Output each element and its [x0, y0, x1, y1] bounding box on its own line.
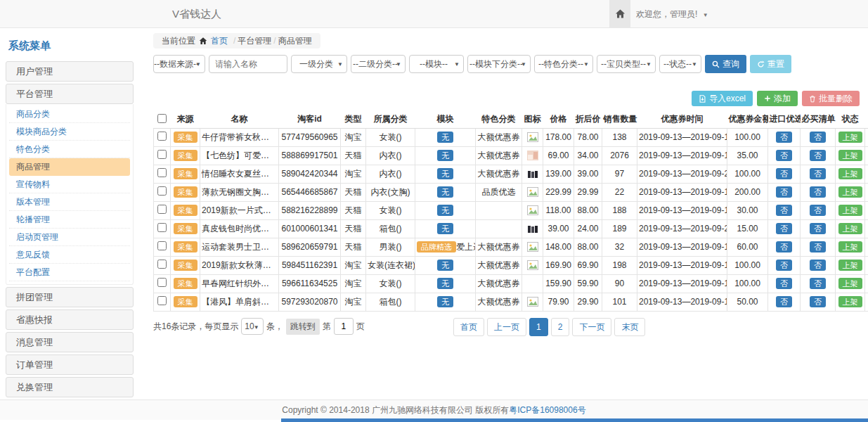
status-badge[interactable]: 上架 — [838, 296, 862, 307]
page-button-1[interactable]: 1 — [529, 318, 548, 336]
filter-select-module-sub-category[interactable]: --模块下分类--▼ — [467, 55, 531, 73]
import-select-toggle[interactable]: 否 — [776, 241, 792, 252]
status-badge[interactable]: 上架 — [838, 168, 862, 179]
sidebar-group-消息管理[interactable]: 消息管理 — [6, 332, 134, 352]
reset-button[interactable]: 重置 — [750, 55, 791, 73]
must-buy-toggle[interactable]: 否 — [810, 205, 826, 216]
row-checkbox[interactable] — [157, 241, 167, 250]
row-checkbox[interactable] — [157, 278, 167, 287]
module-badge[interactable]: 无 — [437, 168, 453, 179]
import-select-toggle[interactable]: 否 — [776, 168, 792, 179]
sidebar-item-模块商品分类[interactable]: 模块商品分类 — [9, 123, 130, 141]
row-checkbox[interactable] — [157, 168, 167, 177]
sidebar-item-轮播管理[interactable]: 轮播管理 — [9, 211, 130, 229]
import-select-toggle[interactable]: 否 — [776, 150, 792, 161]
jump-page-input[interactable] — [334, 318, 354, 335]
filter-select-data-source[interactable]: --数据来源--▼ — [153, 55, 205, 73]
sidebar-item-特色分类[interactable]: 特色分类 — [9, 141, 130, 158]
status-badge[interactable]: 上架 — [838, 186, 862, 198]
sidebar-item-商品管理[interactable]: 商品管理 — [9, 158, 130, 176]
status-badge[interactable]: 上架 — [838, 241, 862, 252]
module-badge[interactable]: 无 — [437, 205, 453, 216]
cell-actions — [865, 256, 868, 274]
must-buy-toggle[interactable]: 否 — [810, 241, 826, 252]
sidebar-group-平台管理[interactable]: 平台管理 — [6, 84, 134, 104]
cell-source: 采集 — [171, 201, 200, 219]
icp-link[interactable]: 粤ICP备16098006号 — [509, 404, 585, 416]
import-excel-button[interactable]: 导入excel — [692, 91, 753, 106]
row-checkbox[interactable] — [157, 150, 167, 159]
breadcrumb-home-link[interactable]: 首页 — [211, 35, 228, 47]
import-select-toggle[interactable]: 否 — [776, 260, 792, 271]
filter-select-special-category[interactable]: --特色分类--▼ — [534, 55, 593, 73]
status-badge[interactable]: 上架 — [838, 150, 862, 161]
module-badge[interactable]: 无 — [437, 260, 453, 271]
import-select-toggle[interactable]: 否 — [776, 278, 792, 289]
row-checkbox[interactable] — [157, 205, 167, 214]
sidebar-item-意见反馈[interactable]: 意见反馈 — [9, 246, 130, 264]
filter-input-name-search[interactable] — [209, 55, 287, 73]
sidebar-group-拼团管理[interactable]: 拼团管理 — [6, 287, 134, 307]
must-buy-toggle[interactable]: 否 — [810, 132, 826, 143]
must-buy-toggle[interactable]: 否 — [810, 168, 826, 179]
must-buy-toggle[interactable]: 否 — [810, 186, 826, 198]
module-badge[interactable]: 品牌精选 — [417, 241, 456, 252]
module-badge[interactable]: 无 — [437, 296, 453, 307]
jump-button[interactable]: 跳转到 — [286, 319, 320, 335]
filter-select-level1-category[interactable]: 一级分类▼ — [291, 55, 347, 73]
module-badge[interactable]: 无 — [437, 223, 453, 234]
status-badge[interactable]: 上架 — [838, 260, 862, 271]
user-menu[interactable]: 欢迎您，管理员! ▼ — [636, 0, 708, 30]
cell-coupon-amount: 30.00 — [727, 201, 768, 219]
import-select-toggle[interactable]: 否 — [776, 205, 792, 216]
module-badge[interactable]: 无 — [437, 278, 453, 289]
status-badge[interactable]: 上架 — [838, 223, 862, 234]
page-button-首页[interactable]: 首页 — [453, 318, 484, 336]
must-buy-toggle[interactable]: 否 — [810, 278, 826, 289]
filter-select-status[interactable]: --状态--▼ — [659, 55, 701, 73]
module-badge[interactable]: 无 — [437, 150, 453, 161]
sidebar-item-宣传物料[interactable]: 宣传物料 — [9, 176, 130, 193]
sidebar-group-省惠快报[interactable]: 省惠快报 — [6, 309, 134, 330]
filter-select-item-type[interactable]: --宝贝类型--▼ — [597, 55, 656, 73]
row-checkbox[interactable] — [157, 186, 167, 196]
row-checkbox[interactable] — [157, 260, 167, 269]
sidebar-item-启动页管理[interactable]: 启动页管理 — [9, 229, 130, 246]
home-button[interactable] — [609, 0, 630, 27]
must-buy-toggle[interactable]: 否 — [810, 296, 826, 307]
sidebar-group-订单管理[interactable]: 订单管理 — [6, 354, 134, 375]
page-button-下一页[interactable]: 下一页 — [572, 318, 611, 336]
page-button-2[interactable]: 2 — [551, 318, 570, 336]
import-select-toggle[interactable]: 否 — [776, 296, 792, 307]
batch-delete-button[interactable]: 批量删除 — [802, 91, 860, 106]
must-buy-toggle[interactable]: 否 — [810, 260, 826, 271]
select-all-checkbox[interactable] — [157, 114, 167, 123]
search-button[interactable]: 查询 — [705, 55, 746, 73]
sidebar-item-商品分类[interactable]: 商品分类 — [9, 106, 130, 123]
row-checkbox[interactable] — [157, 132, 167, 141]
sidebar-item-平台配置[interactable]: 平台配置 — [9, 264, 130, 281]
filter-select-level2-category[interactable]: --二级分类--▼ — [351, 55, 406, 73]
cell-taoke-id: 589042420344 — [279, 165, 341, 183]
status-badge[interactable]: 上架 — [838, 205, 862, 216]
per-page-select[interactable]: 10 ▼ — [241, 318, 263, 335]
reset-label: 重置 — [767, 58, 784, 70]
sidebar-item-版本管理[interactable]: 版本管理 — [9, 193, 130, 211]
sidebar-group-用户管理[interactable]: 用户管理 — [6, 61, 134, 82]
add-button[interactable]: 添加 — [757, 91, 798, 106]
status-badge[interactable]: 上架 — [838, 278, 862, 289]
module-badge[interactable]: 无 — [437, 132, 453, 143]
page-button-上一页[interactable]: 上一页 — [487, 318, 526, 336]
row-checkbox[interactable] — [157, 223, 167, 232]
module-badge[interactable]: 无 — [437, 186, 453, 198]
must-buy-toggle[interactable]: 否 — [810, 150, 826, 161]
filter-select-module[interactable]: --模块--▼ — [409, 55, 464, 73]
status-badge[interactable]: 上架 — [838, 132, 862, 143]
must-buy-toggle[interactable]: 否 — [810, 223, 826, 234]
row-checkbox[interactable] — [157, 296, 167, 305]
import-select-toggle[interactable]: 否 — [776, 186, 792, 198]
page-button-末页[interactable]: 末页 — [614, 318, 645, 336]
import-select-toggle[interactable]: 否 — [776, 132, 792, 143]
import-select-toggle[interactable]: 否 — [776, 223, 792, 234]
sidebar-group-兑换管理[interactable]: 兑换管理 — [6, 377, 134, 397]
